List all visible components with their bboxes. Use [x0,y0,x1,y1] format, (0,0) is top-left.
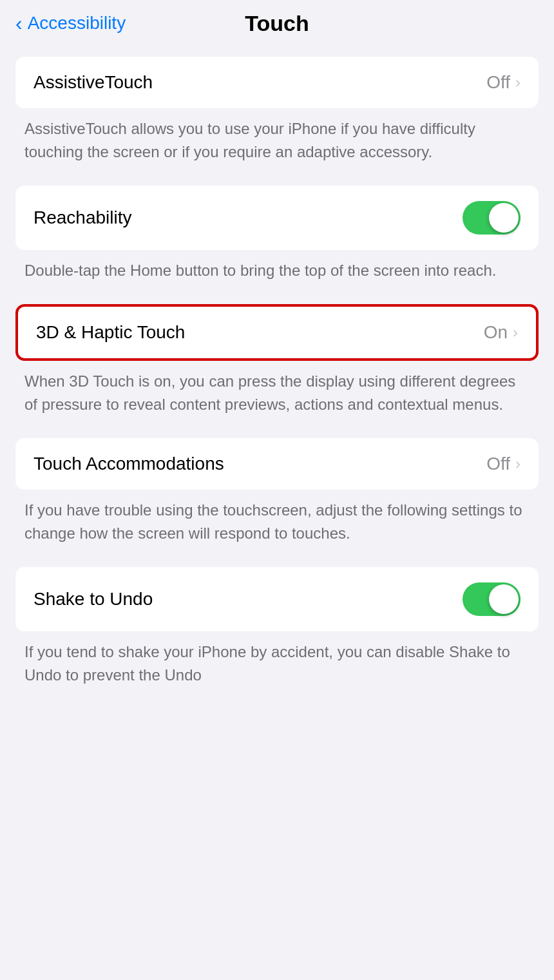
reachability-row[interactable]: Reachability [15,186,539,250]
shake-to-undo-toggle[interactable] [463,582,521,616]
shake-to-undo-row[interactable]: Shake to Undo [15,567,539,631]
shake-to-undo-description: If you tend to shake your iPhone by acci… [15,631,539,691]
chevron-right-icon-3: › [515,455,521,473]
reachability-toggle-knob [489,203,519,233]
touch-accommodations-description: If you have trouble using the touchscree… [15,490,539,549]
assistivetouch-value: Off › [486,72,521,93]
3d-haptic-touch-value: On › [484,322,518,343]
back-button[interactable]: ‹ Accessibility [15,13,126,34]
touch-accommodations-section: Touch Accommodations Off › If you have t… [15,438,539,549]
reachability-section: Reachability Double-tap the Home button … [15,186,539,286]
assistivetouch-description: AssistiveTouch allows you to use your iP… [15,108,539,168]
3d-haptic-touch-description: When 3D Touch is on, you can press the d… [15,361,539,420]
touch-accommodations-value: Off › [486,454,521,474]
shake-to-undo-section: Shake to Undo If you tend to shake your … [15,567,539,691]
chevron-right-icon: › [515,73,521,91]
settings-content: AssistiveTouch Off › AssistiveTouch allo… [0,44,554,722]
touch-accommodations-label: Touch Accommodations [33,454,224,474]
assistivetouch-status: Off [486,72,510,93]
assistivetouch-label: AssistiveTouch [33,72,153,93]
reachability-toggle[interactable] [463,201,521,235]
back-label: Accessibility [28,13,126,34]
touch-accommodations-row[interactable]: Touch Accommodations Off › [15,438,539,490]
3d-haptic-touch-status: On [484,322,508,343]
back-chevron-icon: ‹ [15,13,23,34]
assistivetouch-row[interactable]: AssistiveTouch Off › [15,57,539,108]
reachability-label: Reachability [33,207,132,228]
page-title: Touch [245,11,309,36]
assistivetouch-section: AssistiveTouch Off › AssistiveTouch allo… [15,57,539,168]
chevron-right-icon-2: › [513,323,518,341]
reachability-description: Double-tap the Home button to bring the … [15,250,539,286]
3d-haptic-touch-row[interactable]: 3D & Haptic Touch On › [15,304,539,361]
3d-haptic-touch-section: 3D & Haptic Touch On › When 3D Touch is … [15,304,539,420]
shake-to-undo-toggle-knob [489,584,519,614]
shake-to-undo-label: Shake to Undo [33,589,153,610]
3d-haptic-touch-label: 3D & Haptic Touch [36,322,185,343]
touch-accommodations-status: Off [486,454,510,474]
header: ‹ Accessibility Touch [0,0,554,44]
